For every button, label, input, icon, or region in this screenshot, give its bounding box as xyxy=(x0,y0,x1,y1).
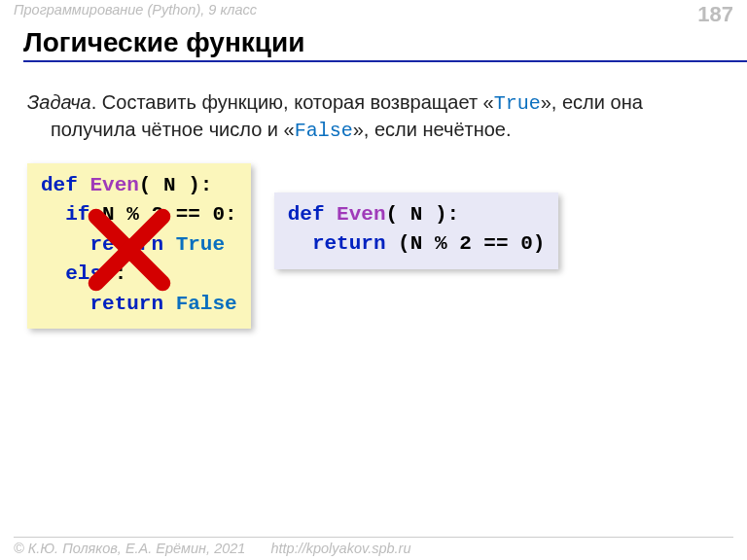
true-literal: True xyxy=(494,92,541,115)
code-row: def Even( N ): if N % 2 == 0: return Tru… xyxy=(27,163,720,329)
indent xyxy=(41,233,89,256)
task-text: Задача. Составить функцию, которая возвр… xyxy=(27,89,720,144)
footer-url[interactable]: http://kpolyakov.spb.ru xyxy=(270,541,410,556)
indent xyxy=(288,232,312,255)
sp xyxy=(163,233,176,256)
kw-else: else xyxy=(65,262,114,285)
task-dot: . xyxy=(91,91,102,113)
expr: (N % 2 == 0) xyxy=(386,232,546,255)
footer: © К.Ю. Поляков, Е.А. Ерёмин, 2021 http:/… xyxy=(14,537,733,556)
sp xyxy=(324,203,337,226)
indent xyxy=(41,293,89,315)
colon: : xyxy=(115,262,127,285)
cond: N % 2 == 0: xyxy=(89,203,236,226)
fn-name: Even xyxy=(337,203,385,226)
indent xyxy=(41,262,65,285)
copyright: © К.Ю. Поляков, Е.А. Ерёмин, 2021 xyxy=(14,541,245,556)
kw-def: def xyxy=(41,174,78,196)
task-part3: », если нечётное. xyxy=(353,119,512,140)
kw-def: def xyxy=(288,203,325,226)
sig: ( N ): xyxy=(386,203,460,226)
code-block-long: def Even( N ): if N % 2 == 0: return Tru… xyxy=(27,163,251,329)
lit-true: True xyxy=(176,233,225,256)
false-literal: False xyxy=(295,120,353,142)
kw-return: return xyxy=(89,233,163,256)
sp xyxy=(163,293,176,315)
content: Задача. Составить функцию, которая возвр… xyxy=(0,62,747,329)
page-title: Логические функции xyxy=(23,27,747,62)
kw-if: if xyxy=(65,203,89,226)
task-part1: Составить функцию, которая возвращает « xyxy=(102,91,494,113)
task-intro: Задача xyxy=(27,91,91,113)
sp xyxy=(78,174,90,196)
fn-name: Even xyxy=(89,174,138,196)
lit-false: False xyxy=(176,293,237,315)
page-number: 187 xyxy=(697,2,733,27)
sig: ( N ): xyxy=(139,174,213,196)
course-label: Программирование (Python), 9 класс xyxy=(14,2,257,18)
kw-return: return xyxy=(89,293,163,315)
kw-return: return xyxy=(312,232,386,255)
code-block-short: def Even( N ): return (N % 2 == 0) xyxy=(274,192,559,269)
header: Программирование (Python), 9 класс 187 xyxy=(0,0,747,27)
indent xyxy=(41,203,65,226)
